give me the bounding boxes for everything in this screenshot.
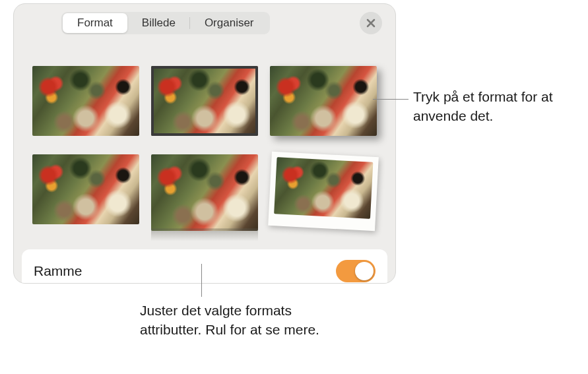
tab-organize[interactable]: Organiser [190,13,269,33]
format-panel: Format Billede Organiser Ramme [13,3,396,284]
tab-image[interactable]: Billede [127,13,190,33]
style-option-plain[interactable] [32,66,139,136]
toggle-knob [355,262,374,280]
style-option-border[interactable] [151,66,258,136]
style-preview-image [274,157,373,219]
styles-grid [14,40,395,245]
close-icon [366,18,376,28]
callout-tap-style: Tryk på et format for at anvende det. [413,87,578,126]
style-preview-image [151,154,258,231]
frame-label: Ramme [34,263,82,279]
style-preview-image [32,154,139,224]
callout-line [201,264,202,297]
style-option-plain-2[interactable] [32,154,139,224]
style-preview-image [270,66,377,136]
callout-line [373,99,408,100]
tab-format[interactable]: Format [63,13,127,33]
style-option-polaroid[interactable] [268,152,379,231]
reflection-shadow [151,228,258,241]
style-preview-image [32,66,139,136]
style-preview-image [151,66,258,136]
segmented-control: Format Billede Organiser [61,12,270,34]
close-button[interactable] [360,12,382,34]
tab-bar: Format Billede Organiser [14,4,395,40]
style-option-reflection[interactable] [151,154,258,231]
style-option-shadow[interactable] [270,66,377,136]
frame-toggle[interactable] [336,260,376,282]
callout-adjust-attributes: Juster det valgte formats attributter. R… [140,301,338,340]
frame-row: Ramme [22,249,387,284]
